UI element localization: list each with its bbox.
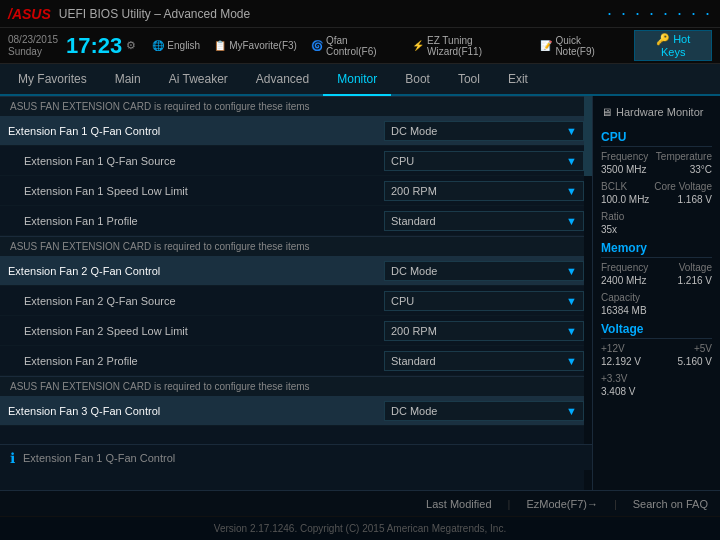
- time-display: 17:23: [66, 33, 122, 59]
- cpu-section-title: CPU: [601, 130, 712, 147]
- v33-value-row: 3.408 V: [601, 386, 712, 397]
- v5-value: 5.160 V: [678, 356, 712, 367]
- core-voltage-value: 1.168 V: [678, 194, 712, 205]
- bios-title: UEFI BIOS Utility – Advanced Mode: [59, 7, 250, 21]
- shortcut-ez-tuning[interactable]: ⚡EZ Tuning Wizard(F11): [412, 35, 526, 57]
- fan1-source-label: Extension Fan 1 Q-Fan Source: [24, 155, 384, 167]
- mem-volt-value: 1.216 V: [678, 275, 712, 286]
- bclk-corevolt-label: BCLK Core Voltage: [601, 181, 712, 192]
- fan1-control-row[interactable]: Extension Fan 1 Q-Fan Control DC Mode▼: [0, 116, 592, 146]
- v12-value: 12.192 V: [601, 356, 641, 367]
- v33-label-row: +3.3V: [601, 373, 712, 384]
- top-bar: /ASUS UEFI BIOS Utility – Advanced Mode …: [0, 0, 720, 28]
- fan1-speed-row[interactable]: Extension Fan 1 Speed Low Limit 200 RPM▼: [0, 176, 592, 206]
- mem-cap-label: Capacity: [601, 292, 640, 303]
- bclk-label: BCLK: [601, 181, 627, 192]
- voltage-section-title: Voltage: [601, 322, 712, 339]
- fan3-control-row[interactable]: Extension Fan 3 Q-Fan Control DC Mode▼: [0, 396, 592, 426]
- fan2-control-label: Extension Fan 2 Q-Fan Control: [8, 265, 384, 277]
- fan1-source-select[interactable]: CPU▼: [384, 151, 584, 171]
- fan1-speed-label: Extension Fan 1 Speed Low Limit: [24, 185, 384, 197]
- mem-cap-value-row: 16384 MB: [601, 305, 712, 316]
- scroll-thumb[interactable]: [584, 96, 592, 176]
- bclk-value: 100.0 MHz: [601, 194, 649, 205]
- bottom-info-text: Extension Fan 1 Q-Fan Control: [23, 452, 175, 464]
- cpu-freq-label: Frequency: [601, 151, 648, 162]
- shortcut-quick-note[interactable]: 📝Quick Note(F9): [540, 35, 620, 57]
- fan2-source-select[interactable]: CPU▼: [384, 291, 584, 311]
- shortcut-myfavorite[interactable]: 📋MyFavorite(F3): [214, 40, 297, 51]
- fan2-source-row[interactable]: Extension Fan 2 Q-Fan Source CPU▼: [0, 286, 592, 316]
- ratio-value: 35x: [601, 224, 617, 235]
- core-voltage-label: Core Voltage: [654, 181, 712, 192]
- fan2-speed-row[interactable]: Extension Fan 2 Speed Low Limit 200 RPM▼: [0, 316, 592, 346]
- fan2-source-label: Extension Fan 2 Q-Fan Source: [24, 295, 384, 307]
- mem-volt-label: Voltage: [679, 262, 712, 273]
- fan1-profile-select[interactable]: Standard▼: [384, 211, 584, 231]
- scrollbar[interactable]: [584, 96, 592, 490]
- fan1-control-select[interactable]: DC Mode▼: [384, 121, 584, 141]
- cpu-temp-label: Temperature: [656, 151, 712, 162]
- fan3-control-label: Extension Fan 3 Q-Fan Control: [8, 405, 384, 417]
- nav-main[interactable]: Main: [101, 64, 155, 96]
- right-panel: 🖥 Hardware Monitor CPU Frequency Tempera…: [592, 96, 720, 490]
- mem-freq-volt-value: 2400 MHz 1.216 V: [601, 275, 712, 286]
- bottom-info-bar: ℹ Extension Fan 1 Q-Fan Control: [0, 444, 592, 470]
- nav-monitor[interactable]: Monitor: [323, 64, 391, 96]
- asus-logo: /ASUS: [8, 6, 51, 22]
- left-content: ASUS FAN EXTENSION CARD is required to c…: [0, 96, 592, 490]
- nav-bar: My Favorites Main Ai Tweaker Advanced Mo…: [0, 64, 720, 96]
- fan1-control-label: Extension Fan 1 Q-Fan Control: [8, 125, 384, 137]
- ratio-label: Ratio: [601, 211, 624, 222]
- fan2-control-row[interactable]: Extension Fan 2 Q-Fan Control DC Mode▼: [0, 256, 592, 286]
- nav-tool[interactable]: Tool: [444, 64, 494, 96]
- date-display: 08/23/2015 Sunday: [8, 34, 58, 58]
- memory-section-title: Memory: [601, 241, 712, 258]
- v33-value: 3.408 V: [601, 386, 635, 397]
- shortcut-english[interactable]: 🌐English: [152, 40, 200, 51]
- fan2-profile-label: Extension Fan 2 Profile: [24, 355, 384, 367]
- fan1-speed-select[interactable]: 200 RPM▼: [384, 181, 584, 201]
- mem-freq-value: 2400 MHz: [601, 275, 647, 286]
- fan1-profile-label: Extension Fan 1 Profile: [24, 215, 384, 227]
- fan2-profile-select[interactable]: Standard▼: [384, 351, 584, 371]
- v12-label: +12V: [601, 343, 625, 354]
- bclk-corevolt-value: 100.0 MHz 1.168 V: [601, 194, 712, 205]
- main-layout: ASUS FAN EXTENSION CARD is required to c…: [0, 96, 720, 490]
- time-settings-icon[interactable]: ⚙: [126, 39, 136, 52]
- fan2-control-select[interactable]: DC Mode▼: [384, 261, 584, 281]
- footer-text: Version 2.17.1246. Copyright (C) 2015 Am…: [214, 523, 506, 534]
- info-icon: ℹ: [10, 450, 15, 466]
- hw-monitor-title: 🖥 Hardware Monitor: [601, 102, 712, 124]
- mem-freq-volt-label: Frequency Voltage: [601, 262, 712, 273]
- cpu-temp-value: 33°C: [690, 164, 712, 175]
- nav-my-favorites[interactable]: My Favorites: [4, 64, 101, 96]
- nav-advanced[interactable]: Advanced: [242, 64, 323, 96]
- v12-v5-value: 12.192 V 5.160 V: [601, 356, 712, 367]
- nav-ai-tweaker[interactable]: Ai Tweaker: [155, 64, 242, 96]
- cpu-freq-temp-label: Frequency Temperature: [601, 151, 712, 162]
- hot-keys-button[interactable]: 🔑 Hot Keys: [634, 30, 712, 61]
- nav-exit[interactable]: Exit: [494, 64, 542, 96]
- v5-label: +5V: [694, 343, 712, 354]
- fan1-profile-row[interactable]: Extension Fan 1 Profile Standard▼: [0, 206, 592, 236]
- v12-v5-label: +12V +5V: [601, 343, 712, 354]
- ratio-value-row: 35x: [601, 224, 712, 235]
- ez-mode-item[interactable]: EzMode(F7)→: [526, 498, 598, 510]
- fan3-control-select[interactable]: DC Mode▼: [384, 401, 584, 421]
- cpu-freq-temp-value: 3500 MHz 33°C: [601, 164, 712, 175]
- notice-2: ASUS FAN EXTENSION CARD is required to c…: [0, 236, 592, 256]
- mem-freq-label: Frequency: [601, 262, 648, 273]
- nav-boot[interactable]: Boot: [391, 64, 444, 96]
- ratio-label-row: Ratio: [601, 211, 712, 222]
- fan1-source-row[interactable]: Extension Fan 1 Q-Fan Source CPU▼: [0, 146, 592, 176]
- search-faq-item[interactable]: Search on FAQ: [633, 498, 708, 510]
- fan2-speed-label: Extension Fan 2 Speed Low Limit: [24, 325, 384, 337]
- shortcut-qfan[interactable]: 🌀Qfan Control(F6): [311, 35, 398, 57]
- last-modified-item[interactable]: Last Modified: [426, 498, 491, 510]
- fan2-speed-select[interactable]: 200 RPM▼: [384, 321, 584, 341]
- mem-cap-value: 16384 MB: [601, 305, 647, 316]
- footer: Version 2.17.1246. Copyright (C) 2015 Am…: [0, 516, 720, 540]
- cpu-freq-value: 3500 MHz: [601, 164, 647, 175]
- fan2-profile-row[interactable]: Extension Fan 2 Profile Standard▼: [0, 346, 592, 376]
